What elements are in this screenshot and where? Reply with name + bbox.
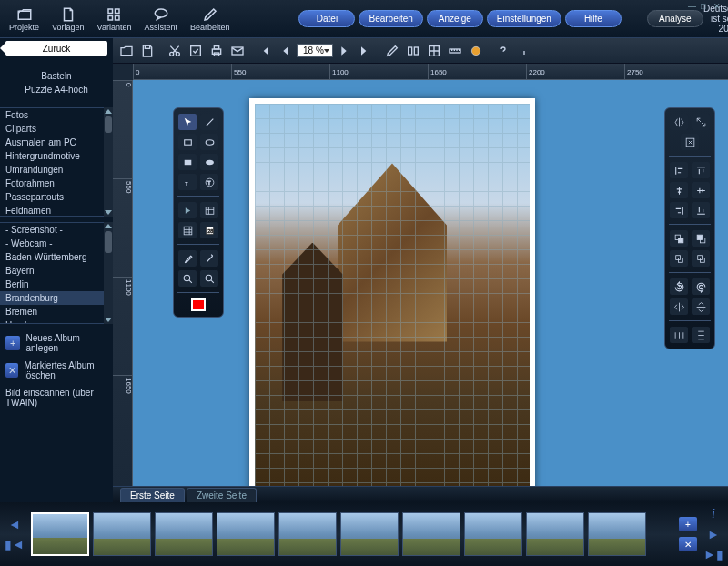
edit-icon[interactable] [382, 41, 402, 61]
album-item[interactable]: - Webcam - [0, 237, 104, 250]
new-album-button[interactable]: + Neues Album anlegen [0, 329, 113, 357]
menu-einstellungen[interactable]: Einstellungen [487, 10, 561, 27]
category-item[interactable]: Fotorahmen [0, 177, 104, 190]
align-center-v-icon[interactable] [692, 182, 710, 198]
thumbnail[interactable] [340, 512, 399, 556]
minimize-icon[interactable]: — [688, 2, 697, 11]
align-center-h-icon[interactable] [670, 182, 688, 198]
info-icon[interactable] [514, 41, 534, 61]
arrange-palette[interactable] [664, 107, 715, 349]
table-tool[interactable] [200, 202, 218, 218]
album-item[interactable]: - Screenshot - [0, 223, 104, 237]
eyedrop-tool[interactable] [178, 250, 197, 267]
text-circle-tool[interactable]: T [200, 174, 218, 190]
category-item[interactable]: Passepartouts [0, 190, 104, 204]
category-item[interactable]: Fotos [0, 108, 104, 122]
dist-h-icon[interactable] [670, 327, 688, 343]
menu-analyse[interactable]: Analyse [647, 10, 703, 27]
align-top-icon[interactable] [692, 162, 710, 178]
backward-icon[interactable] [692, 250, 710, 267]
text-tool[interactable]: T [178, 174, 197, 190]
scan-button[interactable]: Bild einscannen (über TWAIN) [0, 384, 113, 411]
help-icon[interactable] [493, 41, 513, 61]
thumb-last-icon[interactable]: ►▮ [703, 547, 723, 561]
thumb-add-icon[interactable]: + [679, 517, 697, 531]
flip-h-icon[interactable] [670, 114, 688, 130]
rotate-cw-icon[interactable] [692, 278, 710, 295]
ellipse-tool[interactable] [200, 134, 218, 150]
varianten-button[interactable]: Varianten [92, 5, 137, 34]
thumb-first-icon[interactable]: ▮◄ [5, 537, 25, 551]
align-bottom-icon[interactable] [692, 202, 710, 218]
canvas-area[interactable]: 05501100165022002750 055011001650 TT 28 [113, 64, 728, 486]
grid-toggle-icon[interactable] [424, 41, 444, 61]
cut-icon[interactable] [165, 41, 185, 61]
thumb-prev-icon[interactable]: ◄ [8, 517, 21, 531]
pointer-tool[interactable] [178, 114, 197, 130]
rect-fill-tool[interactable] [178, 154, 197, 170]
close-icon[interactable]: ✕ [713, 2, 723, 11]
prev-icon[interactable] [276, 41, 296, 61]
send-back-icon[interactable] [692, 230, 710, 247]
tab-second-page[interactable]: Zweite Seite [187, 488, 257, 502]
wand-tool[interactable] [200, 250, 218, 267]
first-icon[interactable] [255, 41, 275, 61]
thumbnail[interactable] [217, 512, 275, 556]
vorlagen-button[interactable]: Vorlagen [46, 5, 90, 34]
page[interactable] [249, 98, 535, 486]
mirror-v-icon[interactable] [692, 298, 710, 315]
mirror-h-icon[interactable] [670, 298, 688, 315]
thumbnail[interactable] [526, 512, 584, 556]
align-left-icon[interactable] [670, 162, 688, 178]
bearbeiten-button[interactable]: Bearbeiten [185, 5, 236, 34]
thumb-next-icon[interactable]: ► [707, 527, 720, 541]
expand-icon[interactable] [692, 114, 710, 130]
category-scrollbar[interactable] [104, 107, 113, 217]
thumbnail[interactable] [155, 512, 213, 556]
category-item[interactable]: Feldnamen [0, 204, 104, 217]
last-icon[interactable] [355, 41, 375, 61]
ellipse-fill-tool[interactable] [200, 154, 218, 170]
category-item[interactable]: Hintergrundmotive [0, 149, 104, 163]
color-swatch[interactable] [191, 298, 206, 311]
forward-icon[interactable] [670, 250, 688, 267]
ruler-icon[interactable] [445, 41, 465, 61]
thumbnail[interactable] [464, 512, 522, 556]
rotate-ccw-icon[interactable] [670, 278, 688, 295]
thumbnail[interactable] [402, 512, 460, 556]
album-item[interactable]: Baden Württemberg [0, 250, 104, 264]
maximize-icon[interactable]: □ [701, 2, 710, 11]
align-right-icon[interactable] [670, 202, 688, 218]
category-item[interactable]: Ausmalen am PC [0, 136, 104, 149]
thumbnail[interactable] [31, 512, 89, 556]
next-icon[interactable] [334, 41, 354, 61]
tool-palette[interactable]: TT 28 [173, 107, 224, 318]
bring-front-icon[interactable] [670, 230, 688, 247]
tab-first-page[interactable]: Erste Seite [120, 488, 185, 502]
menu-anzeige[interactable]: Anzeige [427, 10, 483, 27]
calendar-tool[interactable]: 28 [200, 222, 218, 238]
album-item[interactable]: Brandenburg [0, 291, 104, 305]
menu-bearbeiten[interactable]: Bearbeiten [359, 10, 422, 27]
thumbnail[interactable] [93, 512, 151, 556]
rect-tool[interactable] [178, 134, 197, 150]
thumb-info-icon[interactable]: i [712, 507, 715, 521]
checkbox-icon[interactable] [186, 41, 206, 61]
assistent-button[interactable]: Assistent [138, 5, 183, 34]
line-tool[interactable] [200, 114, 218, 130]
align-icon[interactable] [403, 41, 423, 61]
back-button[interactable]: Zurück [5, 41, 107, 56]
thumbnail[interactable] [588, 512, 646, 556]
menu-datei[interactable]: Datei [298, 10, 355, 27]
category-item[interactable]: Umrandungen [0, 163, 104, 177]
album-item[interactable]: Bremen [0, 305, 104, 318]
color-icon[interactable] [466, 41, 486, 61]
projekte-button[interactable]: Projekte [4, 5, 45, 34]
album-item[interactable]: Berlin [0, 278, 104, 291]
thumbnail[interactable] [278, 512, 337, 556]
photo-content[interactable] [255, 104, 530, 486]
album-scrollbar[interactable] [104, 222, 113, 324]
album-item[interactable]: Bayern [0, 264, 104, 278]
dist-v-icon[interactable] [692, 327, 710, 343]
mail-icon[interactable] [228, 41, 248, 61]
